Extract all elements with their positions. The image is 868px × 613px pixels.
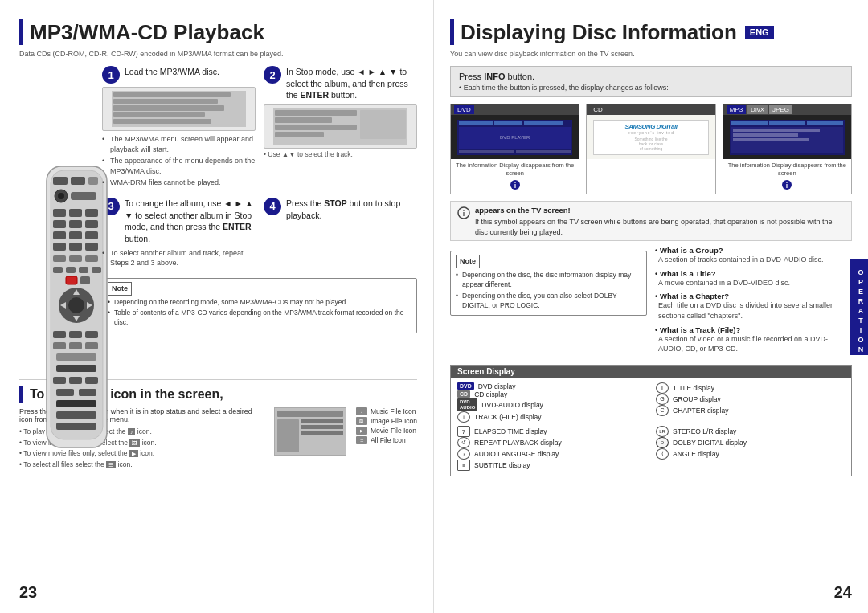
all-label: All File Icon <box>371 436 406 444</box>
info-button-sub: • Each time the button is pressed, the d… <box>459 84 843 92</box>
svg-rect-37 <box>85 331 98 338</box>
music-file-icon-item: ♪ Music File Icon <box>356 407 417 415</box>
step-3-bullets: To select another album and track, repea… <box>102 248 256 268</box>
symbol-body: If this symbol appears on the TV screen … <box>475 217 845 237</box>
svg-rect-3 <box>71 177 85 185</box>
display-col-4: LR STEREO L/R display D DOLBY DIGITAL di… <box>656 426 845 471</box>
file-icons-legend: ♪ Music File Icon 🖼 Image File Icon ▶ Mo… <box>356 407 417 446</box>
left-subtitle: Data CDs (CD-ROM, CD-R, CD-RW) encoded i… <box>19 50 417 58</box>
symbol-note-text: appears on the TV screen! If this symbol… <box>475 205 845 238</box>
faq-3-a: Each title on a DVD disc is divided into… <box>658 300 852 321</box>
file-screen-mockup <box>274 407 346 456</box>
svg-rect-18 <box>69 243 82 251</box>
step-1: 1 Load the MP3/WMA disc. <box>102 66 256 191</box>
tv-display-dvd-content: DVD PLAYER <box>457 120 572 155</box>
svg-rect-11 <box>53 220 66 228</box>
step-4-header: 4 Press the STOP button to stop playback… <box>264 198 417 221</box>
svg-rect-43 <box>53 377 66 384</box>
svg-rect-8 <box>53 209 66 217</box>
svg-text:i: i <box>463 210 465 218</box>
display-title: T TITLE display <box>656 382 845 394</box>
svg-rect-22 <box>85 255 98 262</box>
display-dolby: D DOLBY DIGITAL display <box>656 437 845 448</box>
note-box: Note Depending on the recording mode, so… <box>102 278 417 333</box>
title-icon: T <box>656 382 669 394</box>
svg-rect-44 <box>69 377 82 384</box>
step-3-header: 3 To change the album, use ◄ ► ▲ ▼ to se… <box>102 198 256 245</box>
all-icon: ☰ <box>356 436 367 444</box>
step-2-screen-inner <box>273 108 407 145</box>
image-icon: 🖼 <box>356 417 367 425</box>
step-2-use-note: • Use ▲▼ to select the track. <box>264 150 417 158</box>
tv-display-cd: SAMSUNG DIGITall everyone's invited Some… <box>587 115 714 159</box>
disc-note-1: Depending on the disc, the disc informat… <box>456 271 641 290</box>
step-2-text: In Stop mode, use ◄ ► ▲ ▼ to select the … <box>286 66 417 101</box>
display-col-2: T TITLE display G GROUP display C CHAPTE… <box>656 382 845 423</box>
faq-1: • What is a Group? A section of tracks c… <box>655 246 852 265</box>
stereo-icon: LR <box>656 426 669 437</box>
display-cd-text: CD display <box>474 390 507 398</box>
screen-display-section: Screen Display DVD DVD display CD CD dis… <box>450 365 852 476</box>
svg-rect-12 <box>69 220 82 228</box>
step-2-screen <box>264 104 417 149</box>
page-number-left: 23 <box>19 583 37 602</box>
faq-note-area: Note Depending on the disc, the disc inf… <box>450 246 852 358</box>
svg-rect-28 <box>80 276 90 284</box>
display-subtitle: ≡ SUBTITLE display <box>457 460 646 471</box>
faq-4-q: • What is a Track (File)? <box>655 325 852 334</box>
operation-sidebar: OPERATION <box>850 259 868 355</box>
symbol-note: i appears on the TV screen! If this symb… <box>450 201 852 242</box>
eng-badge: ENG <box>745 26 774 39</box>
disc-notes: Note Depending on the disc, the disc inf… <box>450 246 647 358</box>
display-dolby-text: DOLBY DIGITAL display <box>673 439 747 447</box>
svg-rect-48 <box>56 400 96 407</box>
left-page: MP3/WMA-CD Playback Data CDs (CD-ROM, CD… <box>0 0 434 613</box>
image-file-icon-item: 🖼 Image File Icon <box>356 417 417 425</box>
music-label: Music File Icon <box>371 407 416 415</box>
svg-rect-15 <box>69 231 82 239</box>
tv-caption-mp3: The information Display disappears from … <box>723 161 851 178</box>
screen-display-header: Screen Display <box>451 366 851 378</box>
svg-rect-27 <box>66 276 77 284</box>
svg-rect-21 <box>69 255 82 262</box>
display-cd-badge: CD <box>457 390 470 398</box>
svg-rect-19 <box>85 243 98 251</box>
movie-file-icon-item: ▶ Movie File Icon <box>356 427 417 435</box>
disc-note-2: Depending on the disc, you can also sele… <box>456 292 641 311</box>
step-4-text: Press the STOP button to stop playback. <box>286 198 417 221</box>
image-label: Image File Icon <box>371 417 417 425</box>
tv-display-mp3 <box>723 115 851 159</box>
svg-rect-2 <box>53 177 68 185</box>
step-1-screen <box>102 87 256 131</box>
display-group-text: GROUP display <box>673 395 721 403</box>
display-col-1: DVD DVD display CD CD display DVDAUDIO D… <box>457 382 646 423</box>
step-1-bullet-2: The appearance of the menu depends on th… <box>102 156 256 176</box>
step-2-header: 2 In Stop mode, use ◄ ► ▲ ▼ to select th… <box>264 66 417 101</box>
display-dvd-badge: DVD <box>457 382 474 390</box>
display-title-text: TITLE display <box>673 384 714 392</box>
symbol-icon: i <box>457 206 470 223</box>
tv-display-mp3-content <box>730 120 845 155</box>
dvd-info-icon: i <box>451 179 579 192</box>
svg-rect-39 <box>69 342 82 349</box>
svg-rect-14 <box>53 231 66 239</box>
left-page-title: MP3/WMA-CD Playback <box>30 22 264 43</box>
elapsed-icon: 7 <box>457 426 470 437</box>
repeat-icon: ↺ <box>457 437 470 448</box>
svg-rect-25 <box>79 267 88 273</box>
tv-caption-dvd: The information Display disappears from … <box>451 161 579 178</box>
svg-rect-46 <box>56 389 74 396</box>
svg-rect-10 <box>85 209 98 217</box>
svg-rect-24 <box>66 267 76 273</box>
step-1-bullets: The MP3/WMA menu screen will appear and … <box>102 134 256 188</box>
svg-rect-47 <box>79 389 96 396</box>
file-title-bar <box>19 386 23 403</box>
title-bar-left <box>19 19 23 45</box>
disc-note-box: Note Depending on the disc, the disc inf… <box>450 251 647 316</box>
faq-2-q: • What is a Title? <box>655 269 852 278</box>
step-1-bullet-3: WMA-DRM files cannot be played. <box>102 178 256 188</box>
svg-text:i: i <box>786 182 788 190</box>
svg-rect-4 <box>88 177 98 185</box>
display-col-3: 7 ELAPSED TIME display ↺ REPEAT PLAYBACK… <box>457 426 646 471</box>
tv-screens-container: DVD DVD PLAYER <box>450 104 852 194</box>
